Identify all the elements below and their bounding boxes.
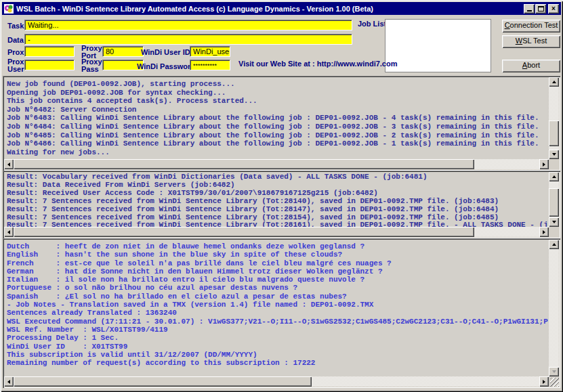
- scroll-left-icon: [7, 230, 10, 234]
- proxy-pass-label: Proxy Pass: [81, 58, 103, 73]
- abort-button[interactable]: Abort: [502, 60, 560, 72]
- scroll-up-button[interactable]: [549, 77, 559, 87]
- proxy-field[interactable]: [24, 46, 75, 57]
- scroll-up-button[interactable]: [549, 172, 559, 181]
- resize-grip[interactable]: [550, 378, 559, 387]
- scroll-up-button[interactable]: [549, 240, 559, 249]
- scroll-left-button[interactable]: [4, 376, 14, 387]
- minimize-button[interactable]: [524, 4, 535, 14]
- results-log-pane: Result: Vocabulary received from WinDi D…: [3, 171, 560, 238]
- scroll-down-button[interactable]: [549, 150, 559, 159]
- scroll-right-button[interactable]: [539, 159, 549, 169]
- job-list-box[interactable]: [385, 19, 491, 72]
- window-title: WSL Batch - WinDi Sentence Library Autom…: [16, 5, 524, 13]
- task-field[interactable]: Waiting...: [24, 20, 352, 30]
- hscroll-thumb[interactable]: [14, 227, 474, 237]
- details-log-hscrollbar[interactable]: [4, 376, 549, 387]
- vscroll-thumb[interactable]: [549, 121, 559, 146]
- close-icon: ×: [551, 5, 556, 13]
- process-log-hscrollbar[interactable]: [4, 159, 549, 169]
- minimize-icon: [527, 10, 532, 12]
- windi-password-field[interactable]: **********: [190, 60, 230, 70]
- scrollbar-corner: [549, 227, 559, 237]
- app-window: WSL Batch - WinDi Sentence Library Autom…: [0, 0, 563, 392]
- close-button[interactable]: ×: [548, 4, 559, 14]
- windi-user-id-field[interactable]: WinDi_user: [190, 46, 230, 57]
- vscroll-thumb[interactable]: [549, 188, 559, 217]
- maximize-icon: [538, 6, 544, 12]
- results-log-hscrollbar[interactable]: [4, 227, 549, 237]
- website-note: Visit our Web Site at : http://www.windi…: [238, 60, 397, 68]
- scroll-down-icon: [552, 153, 556, 156]
- hscroll-thumb[interactable]: [14, 376, 312, 387]
- scroll-right-button[interactable]: [539, 376, 549, 387]
- scroll-right-icon: [543, 380, 545, 384]
- app-icon: [4, 4, 14, 14]
- windi-password-label: WinDi Password: [137, 63, 195, 70]
- scroll-up-icon: [552, 81, 556, 83]
- scroll-down-button[interactable]: [549, 217, 559, 227]
- data-field[interactable]: -: [24, 34, 352, 45]
- job-list-label: Job List: [358, 20, 386, 28]
- windi-user-id-label: WinDi User ID: [141, 49, 190, 56]
- scroll-down-button[interactable]: [549, 367, 559, 376]
- scroll-right-button[interactable]: [539, 227, 549, 237]
- title-bar[interactable]: WSL Batch - WinDi Sentence Library Autom…: [2, 2, 561, 15]
- scroll-right-icon: [543, 162, 545, 167]
- wsl-test-button[interactable]: WSL Test: [502, 35, 560, 48]
- scrollbar-corner: [549, 159, 559, 169]
- scroll-down-icon: [552, 370, 556, 373]
- scroll-up-icon: [552, 243, 556, 246]
- proxy-port-field[interactable]: 80: [102, 46, 144, 57]
- hscroll-thumb[interactable]: [14, 159, 474, 169]
- scroll-left-icon: [7, 380, 10, 384]
- results-log: Result: Vocabulary received from WinDi D…: [5, 172, 548, 227]
- details-log-vscrollbar[interactable]: [549, 240, 559, 376]
- scroll-right-icon: [543, 230, 545, 234]
- details-log-pane: Dutch : heeft de zon niet in de blauwe h…: [3, 238, 560, 388]
- details-log: Dutch : heeft de zon niet in de blauwe h…: [5, 240, 548, 376]
- data-label: Data: [7, 37, 24, 44]
- process-log: New job found (DEP01-0092.JOB), starting…: [5, 77, 548, 159]
- scroll-left-button[interactable]: [4, 227, 14, 237]
- scroll-left-icon: [7, 162, 10, 167]
- task-label: Task: [7, 22, 24, 30]
- scroll-left-button[interactable]: [4, 159, 14, 169]
- maximize-button[interactable]: [535, 4, 546, 14]
- process-log-pane: New job found (DEP01-0092.JOB), starting…: [3, 76, 560, 171]
- process-log-vscrollbar[interactable]: [549, 77, 559, 159]
- scroll-down-icon: [552, 221, 556, 223]
- results-log-vscrollbar[interactable]: [549, 172, 559, 227]
- scroll-up-icon: [552, 175, 556, 178]
- proxy-user-field[interactable]: [24, 60, 75, 70]
- connection-test-button[interactable]: Connection Test: [502, 20, 560, 32]
